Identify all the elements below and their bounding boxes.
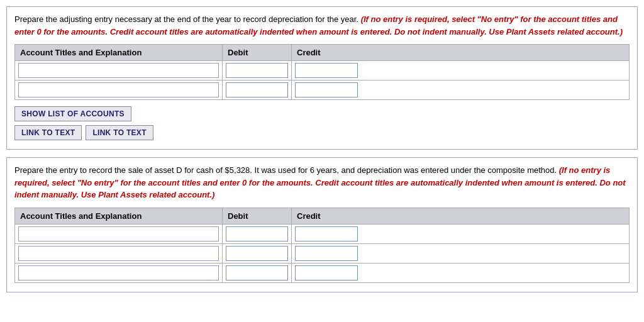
- input-debit-2-1[interactable]: [226, 226, 288, 242]
- buttons-row-1: SHOW LIST OF ACCOUNTS: [14, 106, 630, 121]
- link-to-text-button-2[interactable]: LINK TO TEXT: [86, 125, 153, 140]
- input-title-1-1[interactable]: [18, 63, 219, 78]
- cell-credit-2-1: [292, 225, 361, 243]
- input-credit-1-1[interactable]: [295, 63, 358, 78]
- cell-debit-2-1: [223, 225, 292, 243]
- input-debit-2-2[interactable]: [226, 246, 288, 261]
- col-debit-header-2: Debit: [223, 208, 292, 224]
- show-accounts-button[interactable]: SHOW LIST OF ACCOUNTS: [14, 106, 131, 121]
- table-row: [14, 263, 630, 283]
- input-credit-1-2[interactable]: [295, 82, 358, 97]
- table-row: [14, 80, 630, 100]
- instructions-1: Prepare the adjusting entry necessary at…: [14, 13, 630, 38]
- instructions-2: Prepare the entry to record the sale of …: [14, 164, 630, 201]
- col-title-header-2: Account Titles and Explanation: [15, 208, 223, 224]
- input-credit-2-1[interactable]: [295, 226, 358, 242]
- cell-credit-1-1: [292, 61, 361, 80]
- input-title-2-3[interactable]: [18, 265, 219, 280]
- input-debit-1-2[interactable]: [226, 82, 288, 97]
- cell-title-1-2: [15, 80, 223, 99]
- cell-title-1-1: [15, 61, 223, 80]
- table-row: [14, 60, 630, 80]
- input-title-2-1[interactable]: [18, 226, 219, 242]
- col-title-header-1: Account Titles and Explanation: [15, 45, 223, 60]
- cell-credit-1-2: [292, 80, 361, 99]
- cell-credit-2-2: [292, 244, 361, 263]
- link-buttons-row: LINK TO TEXT LINK TO TEXT: [14, 125, 630, 140]
- cell-debit-1-2: [223, 80, 292, 99]
- section-2: Prepare the entry to record the sale of …: [6, 157, 638, 292]
- table-row: [14, 243, 630, 263]
- table-row: [14, 224, 630, 243]
- cell-credit-2-3: [292, 264, 361, 282]
- instructions-1-plain: Prepare the adjusting entry necessary at…: [14, 14, 361, 24]
- cell-title-2-2: [15, 244, 223, 263]
- link-to-text-button-1[interactable]: LINK TO TEXT: [14, 125, 82, 140]
- cell-title-2-3: [15, 264, 223, 282]
- table-header-1: Account Titles and Explanation Debit Cre…: [14, 44, 630, 60]
- instructions-2-plain: Prepare the entry to record the sale of …: [14, 165, 559, 175]
- section-1: Prepare the adjusting entry necessary at…: [6, 6, 638, 150]
- cell-title-2-1: [15, 225, 223, 243]
- entry-table-1: Account Titles and Explanation Debit Cre…: [14, 44, 630, 100]
- cell-debit-1-1: [223, 61, 292, 80]
- input-title-2-2[interactable]: [18, 246, 219, 261]
- input-title-1-2[interactable]: [18, 82, 219, 97]
- cell-debit-2-3: [223, 264, 292, 282]
- col-credit-header-1: Credit: [292, 45, 361, 60]
- table-header-2: Account Titles and Explanation Debit Cre…: [14, 208, 630, 224]
- input-credit-2-2[interactable]: [295, 246, 358, 261]
- col-credit-header-2: Credit: [292, 208, 361, 224]
- input-credit-2-3[interactable]: [295, 265, 358, 280]
- cell-debit-2-2: [223, 244, 292, 263]
- input-debit-1-1[interactable]: [226, 63, 288, 78]
- col-debit-header-1: Debit: [223, 45, 292, 60]
- entry-table-2: Account Titles and Explanation Debit Cre…: [14, 208, 630, 283]
- input-debit-2-3[interactable]: [226, 265, 288, 280]
